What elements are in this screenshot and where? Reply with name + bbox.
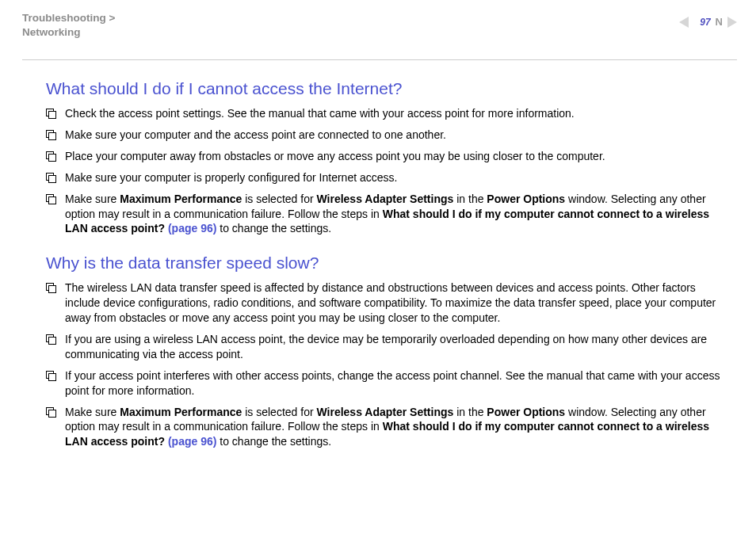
list-item: Make sure your computer is properly conf…: [46, 170, 734, 185]
list-item-text: Place your computer away from obstacles …: [65, 149, 605, 164]
checkbox-bullet-icon: [46, 407, 54, 415]
checkbox-bullet-icon: [46, 334, 54, 342]
list-item-text: If you are using a wireless LAN access p…: [65, 332, 734, 362]
checkbox-bullet-icon: [46, 283, 54, 291]
checklist-internet: Check the access point settings. See the…: [46, 106, 734, 236]
checkbox-bullet-icon: [46, 151, 54, 159]
breadcrumb: Troubleshooting > Networking: [22, 11, 115, 39]
header-divider: [22, 59, 737, 60]
list-item-text: Make sure your computer and the access p…: [65, 128, 446, 143]
checkbox-bullet-icon: [46, 371, 54, 379]
list-item-text: If your access point interferes with oth…: [65, 368, 734, 399]
section-title: Why is the data transfer speed slow?: [46, 254, 734, 273]
page-header: Troubleshooting > Networking 97 N: [22, 11, 737, 45]
next-page-icon[interactable]: N: [717, 16, 737, 28]
breadcrumb-line2: Networking: [22, 26, 81, 38]
page-number: 97: [700, 17, 710, 28]
section-title: What should I do if I cannot access the …: [46, 79, 734, 98]
page-content: What should I do if I cannot access the …: [22, 79, 737, 449]
list-item-text: The wireless LAN data transfer speed is …: [65, 280, 734, 326]
list-item: If you are using a wireless LAN access p…: [46, 332, 734, 362]
list-item-text: Check the access point settings. See the…: [65, 106, 575, 121]
document-page: Troubleshooting > Networking 97 N What s…: [0, 0, 756, 534]
list-item: Make sure Maximum Performance is selecte…: [46, 192, 734, 237]
checkbox-bullet-icon: [46, 130, 54, 138]
list-item: If your access point interferes with oth…: [46, 368, 734, 399]
svg-marker-1: [727, 17, 737, 28]
list-item: Make sure your computer and the access p…: [46, 128, 734, 143]
list-item: Check the access point settings. See the…: [46, 106, 734, 121]
list-item: Place your computer away from obstacles …: [46, 149, 734, 164]
checkbox-bullet-icon: [46, 194, 54, 202]
checkbox-bullet-icon: [46, 173, 54, 181]
list-item: Make sure Maximum Performance is selecte…: [46, 405, 734, 450]
list-item-text: Make sure your computer is properly conf…: [65, 170, 397, 185]
checklist-speed: The wireless LAN data transfer speed is …: [46, 280, 734, 449]
prev-page-icon[interactable]: [679, 17, 693, 28]
list-item-text: Make sure Maximum Performance is selecte…: [65, 405, 734, 450]
checkbox-bullet-icon: [46, 109, 54, 116]
list-item: The wireless LAN data transfer speed is …: [46, 280, 734, 326]
list-item-text: Make sure Maximum Performance is selecte…: [65, 192, 734, 237]
page-nav: 97 N: [679, 11, 737, 28]
breadcrumb-line1: Troubleshooting >: [22, 12, 115, 24]
svg-marker-0: [679, 17, 689, 28]
